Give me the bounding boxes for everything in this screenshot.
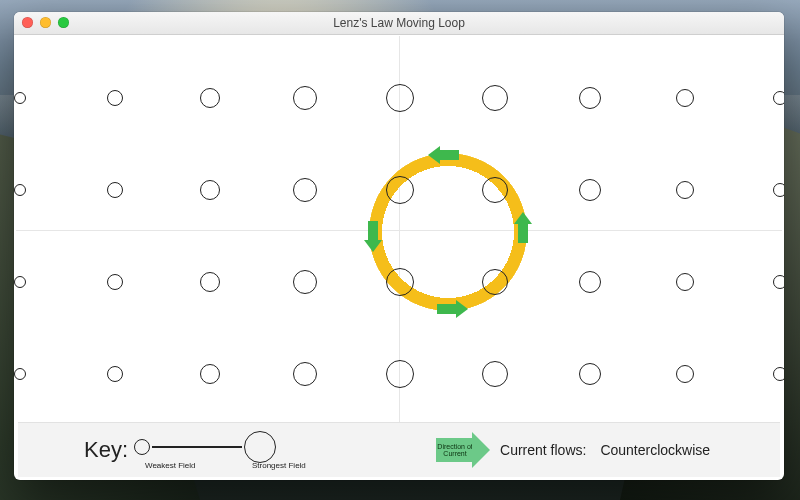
field-circle [107, 182, 123, 198]
field-circle [579, 87, 601, 109]
field-circle [676, 365, 694, 383]
field-circle [579, 271, 601, 293]
field-circle [676, 181, 694, 199]
current-flows-label: Current flows: [500, 442, 586, 458]
field-circle [200, 272, 220, 292]
field-circle [293, 362, 317, 386]
key-strongest-icon [244, 431, 276, 463]
field-circle [293, 86, 317, 110]
current-flows-value: Counterclockwise [600, 442, 710, 458]
loop-arrow-bottom-icon [437, 304, 459, 314]
field-circle [773, 183, 784, 197]
field-circle [482, 269, 508, 295]
key-heading: Key: [84, 437, 128, 463]
field-circle [386, 268, 414, 296]
app-window: Lenz's Law Moving Loop Key: Weakest Fiel… [14, 12, 784, 480]
weakest-label: Weakest Field [145, 461, 196, 470]
field-circle [14, 276, 26, 288]
titlebar[interactable]: Lenz's Law Moving Loop [14, 12, 784, 35]
field-circle [386, 176, 414, 204]
field-circle [773, 367, 784, 381]
strongest-label: Strongest Field [252, 461, 306, 470]
field-circle [482, 361, 508, 387]
field-circle [386, 360, 414, 388]
field-circle [293, 270, 317, 294]
key-weakest-icon [134, 439, 150, 455]
direction-arrow-icon: Direction of Current [436, 438, 474, 462]
field-circle [386, 84, 414, 112]
field-circle [773, 275, 784, 289]
field-circle [200, 364, 220, 384]
loop-arrow-top-icon [437, 150, 459, 160]
field-circle [107, 274, 123, 290]
bottom-panel: Key: Weakest Field Strongest Field Direc… [18, 422, 780, 477]
simulation-area[interactable] [18, 38, 780, 422]
field-circle [482, 85, 508, 111]
field-circle [14, 92, 26, 104]
field-circle [200, 88, 220, 108]
field-circle [676, 89, 694, 107]
loop-arrow-right-icon [518, 221, 528, 243]
minimize-icon[interactable] [40, 17, 51, 28]
field-circle [579, 179, 601, 201]
field-circle [579, 363, 601, 385]
loop-arrow-left-icon [368, 221, 378, 243]
direction-arrow-label: Direction of Current [436, 438, 474, 462]
field-circle [676, 273, 694, 291]
field-circle [107, 366, 123, 382]
key-scale-line [152, 446, 242, 447]
field-circle [773, 91, 784, 105]
field-circle [293, 178, 317, 202]
window-controls [22, 17, 69, 28]
field-circle [482, 177, 508, 203]
window-title: Lenz's Law Moving Loop [14, 16, 784, 30]
field-circle [107, 90, 123, 106]
field-circle [14, 184, 26, 196]
zoom-icon[interactable] [58, 17, 69, 28]
field-circle [200, 180, 220, 200]
close-icon[interactable] [22, 17, 33, 28]
field-circle [14, 368, 26, 380]
